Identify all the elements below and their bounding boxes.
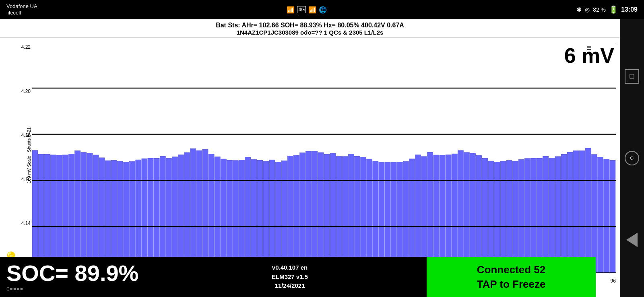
svg-rect-21 [124,162,129,273]
svg-rect-6 [32,151,38,273]
svg-rect-12 [69,154,74,273]
svg-rect-25 [148,158,153,273]
circle-nav-button[interactable]: ○ [625,151,639,165]
location-icon: ◎ [585,6,590,13]
svg-rect-13 [75,151,80,273]
y-axis-title: 100 mV Scale Shunts 8421 [27,127,31,183]
svg-rect-55 [330,153,336,273]
svg-rect-44 [263,161,269,273]
version-section: v0.40.107 en ELM327 v1.5 11/24/2021 [153,257,427,297]
svg-rect-16 [93,155,99,273]
svg-rect-78 [470,153,476,273]
svg-rect-68 [409,159,415,273]
svg-rect-84 [506,161,512,273]
svg-rect-14 [81,153,87,273]
network-name: lifecell [6,10,37,16]
svg-rect-101 [610,161,615,273]
chart-svg-area[interactable] [32,42,616,273]
svg-rect-26 [154,158,159,273]
battery-icon: 🔋 [609,5,618,14]
svg-rect-32 [190,148,196,273]
carrier-name: Vodafone UA [6,3,37,10]
svg-rect-51 [306,151,312,273]
y-label-414: 4.14 [0,221,32,226]
signal-bars2-icon: 📶 [308,6,316,14]
y-label-420: 4.20 [0,89,32,94]
svg-rect-19 [111,161,117,273]
svg-rect-53 [318,153,324,273]
battery-status-line2: 1N4AZ1CP1JC303089 odo=?? 1 QCs & 2305 L1… [16,29,604,36]
version-line2: ELM327 v1.5 [272,272,308,282]
svg-rect-95 [573,151,579,273]
svg-rect-10 [56,155,62,273]
battery-percent: 82 % [593,6,606,13]
clock: 13:09 [621,6,638,13]
main-area: Bat Sts: AHr= 102.66 SOH= 88.93% Hx= 80.… [0,19,620,297]
version-line3: 11/24/2021 [275,281,305,291]
side-nav: □ ○ [620,19,644,297]
4g-icon: 4G [297,6,306,13]
svg-rect-98 [592,155,597,273]
svg-rect-15 [87,153,93,273]
svg-rect-7 [38,154,44,273]
svg-rect-100 [604,159,609,273]
svg-rect-59 [355,156,360,273]
svg-rect-83 [500,161,506,273]
battery-status-line1: Bat Sts: AHr= 102.66 SOH= 88.93% Hx= 80.… [16,22,604,29]
status-right: ✱ ◎ 82 % 🔋 13:09 [576,5,638,14]
soc-dots: o●●●● [6,285,153,292]
svg-rect-42 [251,160,257,273]
y-label-422: 4.22 [0,44,32,50]
svg-rect-48 [287,156,293,273]
connect-section[interactable]: Connected 52 TAP to Freeze [427,257,596,297]
svg-rect-69 [415,155,421,273]
svg-rect-40 [239,160,245,273]
svg-rect-97 [585,148,591,273]
svg-rect-11 [63,155,68,273]
svg-rect-30 [178,155,184,273]
svg-rect-8 [44,155,50,273]
svg-rect-87 [524,159,530,273]
square-nav-button[interactable]: □ [625,69,639,84]
svg-rect-49 [293,155,299,273]
svg-rect-89 [537,159,543,273]
svg-rect-63 [379,162,384,273]
svg-rect-76 [458,151,463,273]
connect-line1: Connected 52 [477,262,546,277]
svg-rect-45 [269,160,275,273]
wifi-icon: 🌐 [319,6,327,14]
svg-rect-65 [391,162,396,273]
soc-value: SOC= 89.9% [6,262,153,285]
svg-rect-94 [567,152,573,273]
svg-rect-58 [348,154,354,273]
svg-rect-71 [427,152,433,273]
svg-rect-88 [531,158,537,273]
svg-rect-18 [105,161,111,273]
svg-rect-37 [221,159,226,273]
svg-rect-61 [367,159,372,273]
svg-rect-86 [518,159,524,273]
svg-rect-33 [196,151,202,273]
svg-rect-23 [136,160,141,273]
svg-rect-80 [482,158,488,273]
svg-rect-79 [476,155,482,273]
menu-icon[interactable]: ≡ [586,43,592,53]
svg-rect-82 [494,162,500,273]
svg-rect-75 [452,154,457,273]
svg-rect-43 [257,160,263,273]
back-nav-button[interactable] [626,233,638,247]
svg-rect-60 [361,157,366,273]
svg-rect-20 [117,161,123,273]
carrier-info: Vodafone UA lifecell [6,3,37,16]
svg-rect-99 [598,157,603,273]
svg-rect-34 [202,149,208,273]
bottom-bar: SOC= 89.9% o●●●● v0.40.107 en ELM327 v1.… [0,257,596,297]
version-line1: v0.40.107 en [272,263,308,272]
svg-rect-90 [543,156,549,273]
svg-rect-96 [579,151,585,273]
signal-icons: 📶 4G 📶 🌐 [287,6,327,14]
svg-rect-38 [227,160,232,273]
svg-rect-70 [421,157,427,273]
svg-rect-31 [184,153,190,273]
svg-rect-17 [99,158,105,273]
